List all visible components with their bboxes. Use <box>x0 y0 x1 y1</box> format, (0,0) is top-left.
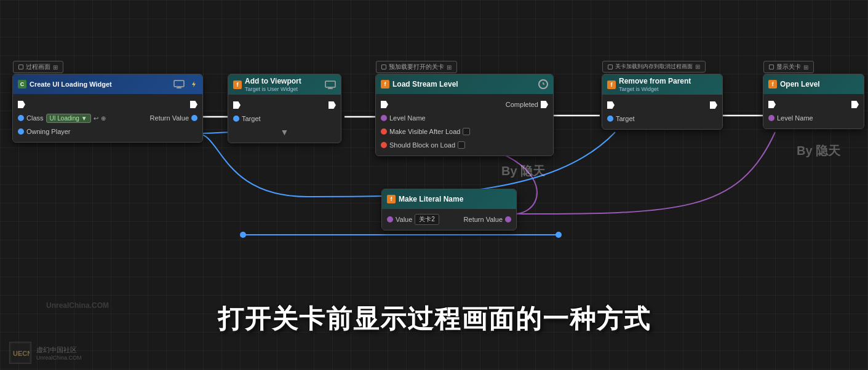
svg-point-1 <box>555 232 562 238</box>
load-stream-title: Load Stream Level <box>392 80 458 89</box>
open-level-name-label: Level Name <box>777 114 813 122</box>
create-ui-tag: 过程画面 ⊞ <box>13 61 63 73</box>
watermark-1: By 隐天 <box>501 163 545 179</box>
create-ui-body: Class UI Loading ▼ ↩ ⊕ Return Value Owni… <box>13 94 202 142</box>
open-level-name-row: Level Name <box>763 111 864 125</box>
completed-pin <box>541 101 548 108</box>
level-name-row: Level Name <box>376 111 553 125</box>
svg-marker-5 <box>192 81 196 87</box>
exec-in-pin <box>18 101 25 108</box>
add-viewport-header-content: Add to Viewport Target is User Widget <box>245 77 301 92</box>
should-block-label: Should Block on Load <box>389 141 455 149</box>
logo-url: UnrealChina.COM <box>36 355 82 361</box>
value-input: 关卡2 <box>415 214 439 225</box>
return-label: Return Value <box>150 114 189 122</box>
load-exec-row: Completed <box>376 98 553 111</box>
create-ui-header: C Create UI Loading Widget <box>13 74 202 94</box>
func-icon-open: f <box>768 80 777 89</box>
add-viewport-title: Add to Viewport <box>245 77 301 85</box>
open-level-title: Open Level <box>780 80 820 89</box>
remove-parent-tag: 关卡加载到内存到取消过程画面 ⊞ <box>602 61 706 73</box>
expand-row: ▼ <box>228 125 341 139</box>
make-visible-label: Make Visible After Load <box>389 128 460 135</box>
func-icon-add: f <box>233 81 242 89</box>
completed-label: Completed <box>506 101 538 108</box>
exec-out-pin-2 <box>328 101 336 109</box>
monitor-icon <box>173 80 185 89</box>
create-ui-exec-row <box>13 98 202 111</box>
open-level-body: Level Name <box>763 94 864 128</box>
lightning-icon <box>190 81 197 88</box>
open-exec-row <box>763 98 864 111</box>
exec-in-pin-6 <box>768 101 776 108</box>
func-icon-remove: f <box>607 81 616 89</box>
should-block-pin <box>381 142 387 148</box>
open-level-node: 显示关卡 ⊞ f Open Level Level Name <box>763 74 864 129</box>
remove-parent-header-content: Remove from Parent Target is Widget <box>619 77 691 92</box>
clock-hands <box>540 81 546 87</box>
main-title: 打开关卡前显示过程画面的一种方式 <box>218 302 651 336</box>
class-row: Class UI Loading ▼ ↩ ⊕ Return Value <box>13 111 202 125</box>
watermark-2: By 隐天 <box>797 143 840 159</box>
remove-target-label: Target <box>616 115 635 122</box>
should-block-row: Should Block on Load <box>376 138 553 152</box>
target-pin <box>233 116 239 122</box>
make-literal-node: f Make Literal Name Value 关卡2 Return Val… <box>381 189 517 230</box>
func-icon-load: f <box>381 80 389 89</box>
remove-parent-subtitle: Target is Widget <box>619 86 691 92</box>
remove-parent-header: f Remove from Parent Target is Widget <box>602 74 722 95</box>
logo-area: UECN 虚幻中国社区 UnrealChina.COM <box>9 342 82 364</box>
remove-parent-body: Target <box>602 95 722 129</box>
add-viewport-body: Target ▼ <box>228 95 341 143</box>
load-stream-header: f Load Stream Level <box>376 74 553 94</box>
watermark-unreal: UnrealChina.COM <box>46 301 109 310</box>
remove-parent-title: Remove from Parent <box>619 77 691 85</box>
open-level-tag: 显示关卡 ⊞ <box>763 61 814 73</box>
load-stream-tag: 预加载要打开的关卡 ⊞ <box>376 61 457 73</box>
make-literal-title: Make Literal Name <box>399 195 463 203</box>
create-ui-title: Create UI Loading Widget <box>30 81 112 88</box>
add-viewport-header: f Add to Viewport Target is User Widget <box>228 74 341 95</box>
remove-target-row: Target <box>602 112 722 125</box>
logo-name: 虚幻中国社区 <box>36 345 82 355</box>
monitor-icon-2 <box>325 81 336 89</box>
remove-target-pin <box>607 116 613 122</box>
value-label: Value <box>396 216 412 223</box>
svg-text:UECN: UECN <box>13 350 30 357</box>
make-literal-body: Value 关卡2 Return Value <box>382 209 516 230</box>
remove-parent-node: 关卡加载到内存到取消过程画面 ⊞ f Remove from Parent Ta… <box>602 74 723 130</box>
add-viewport-exec-row <box>228 98 341 112</box>
svg-rect-2 <box>174 81 184 87</box>
make-visible-checkbox <box>463 128 470 135</box>
exec-out-pin-5 <box>710 101 717 109</box>
svg-rect-6 <box>325 81 335 87</box>
level-name-pin <box>381 115 387 121</box>
owning-pin <box>18 128 24 135</box>
exec-out-pin-6 <box>851 101 859 108</box>
logo-icon: UECN <box>9 342 31 364</box>
exec-out-pin <box>190 101 197 108</box>
class-label: Class <box>26 114 44 122</box>
load-stream-node: 预加载要打开的关卡 ⊞ f Load Stream Level Complete… <box>375 74 554 156</box>
exec-in-pin-5 <box>607 101 615 109</box>
remove-exec-row <box>602 98 722 112</box>
return-value-label: Return Value <box>464 216 503 223</box>
return-value-pin <box>505 216 511 222</box>
return-pin <box>191 115 197 121</box>
class-icon: C <box>18 80 26 89</box>
add-viewport-node: f Add to Viewport Target is User Widget … <box>228 74 341 143</box>
owning-label: Owning Player <box>26 128 71 135</box>
should-block-checkbox <box>458 141 465 149</box>
target-label: Target <box>242 115 261 122</box>
make-visible-row: Make Visible After Load <box>376 125 553 138</box>
class-pin <box>18 115 24 121</box>
target-row: Target <box>228 112 341 125</box>
owning-row: Owning Player <box>13 125 202 138</box>
make-literal-header: f Make Literal Name <box>382 189 516 209</box>
value-row: Value 关卡2 Return Value <box>382 213 516 226</box>
load-stream-body: Completed Level Name Make Visible After … <box>376 94 553 155</box>
func-icon-literal: f <box>387 195 396 203</box>
exec-in-pin-2 <box>233 101 241 109</box>
open-level-name-pin <box>768 115 774 121</box>
level-name-label: Level Name <box>389 114 426 122</box>
